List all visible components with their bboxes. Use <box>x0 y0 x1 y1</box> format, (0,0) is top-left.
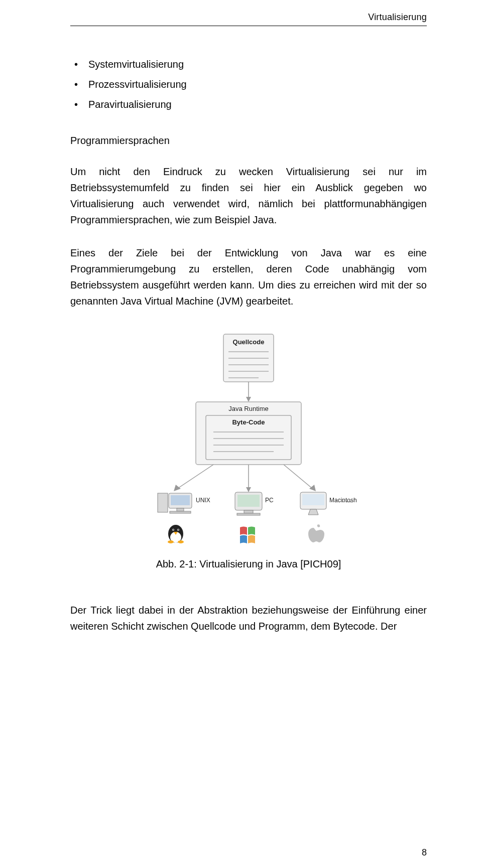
platform-mac: Macintosh . . . <box>300 492 356 515</box>
svg-point-40 <box>178 529 179 530</box>
svg-marker-17 <box>246 487 251 492</box>
runtime-label: Java Runtime <box>228 405 268 412</box>
list-item: Paravirtualisierung <box>70 96 427 112</box>
svg-line-18 <box>284 465 314 490</box>
windows-icon <box>240 526 255 543</box>
page-header: Virtualisierung <box>70 10 427 26</box>
list-item: Systemvirtualisierung <box>70 56 427 72</box>
svg-point-39 <box>173 529 174 530</box>
svg-rect-24 <box>170 511 191 513</box>
svg-marker-7 <box>246 397 251 402</box>
platform-pc: PC <box>235 492 274 515</box>
svg-marker-19 <box>309 485 316 491</box>
svg-text:. . .: . . . <box>342 496 351 504</box>
svg-text:PC: PC <box>265 497 274 504</box>
svg-rect-22 <box>171 495 190 505</box>
source-label: Quellcode <box>233 338 265 346</box>
svg-marker-15 <box>174 485 181 491</box>
page-number: 8 <box>422 845 427 860</box>
svg-rect-28 <box>244 510 253 513</box>
paragraph-2: Eines der Ziele bei der Entwicklung von … <box>70 245 427 309</box>
paragraph-1: Um nicht den Eindruck zu wecken Virtuali… <box>70 164 427 228</box>
svg-rect-23 <box>177 508 184 511</box>
paragraph-3: Der Trick liegt dabei in der Abstraktion… <box>70 602 427 634</box>
svg-text:UNIX: UNIX <box>196 497 210 504</box>
diagram-svg: Quellcode Java Runtime Byte-Code <box>141 329 356 545</box>
apple-icon <box>308 524 324 542</box>
section-heading: Programmiersprachen <box>70 132 427 149</box>
svg-rect-27 <box>237 495 260 507</box>
tux-icon <box>168 525 184 543</box>
svg-point-42 <box>168 540 174 543</box>
svg-rect-20 <box>158 493 168 512</box>
svg-rect-29 <box>237 513 260 515</box>
svg-point-43 <box>178 540 184 543</box>
bullet-list: Systemvirtualisierung Prozessvirtualisie… <box>70 56 427 112</box>
svg-line-14 <box>176 465 213 490</box>
list-item: Prozessvirtualisierung <box>70 76 427 92</box>
platform-unix: UNIX <box>158 493 210 513</box>
figure-jvm-diagram: Quellcode Java Runtime Byte-Code <box>141 329 356 545</box>
bytecode-label: Byte-Code <box>232 418 265 426</box>
svg-rect-32 <box>302 494 324 505</box>
figure-caption: Abb. 2-1: Virtualisierung in Java [PICH0… <box>70 556 427 572</box>
